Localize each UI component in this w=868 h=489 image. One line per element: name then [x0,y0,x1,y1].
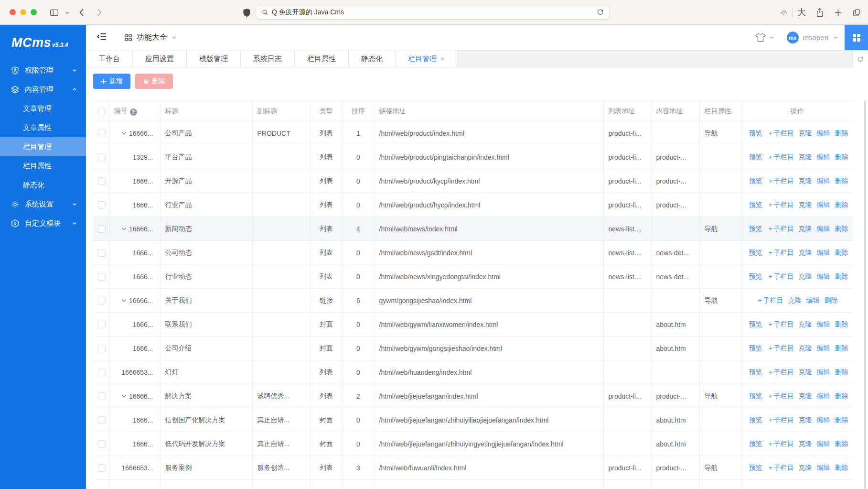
expand-row-icon[interactable] [121,130,127,136]
op-link-2[interactable]: 克隆 [799,272,812,280]
sidebar-item-1[interactable]: 内容管理 [0,80,86,99]
op-link-3[interactable]: 编辑 [817,320,830,328]
op-link-0[interactable]: 预览 [749,201,762,208]
op-link-3[interactable]: 编辑 [817,392,830,400]
op-link-3[interactable]: 编辑 [817,129,830,137]
share-icon[interactable] [813,0,826,25]
op-link-3[interactable]: 编辑 [817,272,830,280]
op-link-1[interactable]: ＋子栏目 [767,129,794,137]
expand-row-icon[interactable] [121,393,127,399]
privacy-shield-icon[interactable] [240,0,253,25]
op-link-3[interactable]: 编辑 [817,153,830,161]
row-checkbox[interactable] [98,297,106,304]
tab-0[interactable]: 工作台 [86,51,133,67]
row-checkbox[interactable] [98,440,106,448]
op-link-2[interactable]: 克隆 [799,201,812,208]
text-smaller-button[interactable]: 小 [779,0,789,25]
op-link-2[interactable]: 克隆 [799,225,812,232]
collapse-sidebar-icon[interactable] [96,32,107,43]
tab-2[interactable]: 模版管理 [187,51,241,67]
op-link-1[interactable]: ＋子栏目 [767,272,794,280]
op-link-0[interactable]: 预览 [749,416,762,424]
op-link-2[interactable]: 克隆 [799,129,812,137]
row-checkbox[interactable] [98,392,106,400]
op-link-0[interactable]: 预览 [749,392,762,400]
op-link-4[interactable]: 删除 [835,225,848,232]
user-chevron-icon[interactable] [833,35,838,40]
row-checkbox[interactable] [98,321,106,328]
window-close-button[interactable] [10,9,16,15]
forward-button-icon[interactable] [94,0,105,25]
refresh-tab-icon[interactable] [852,51,868,67]
op-link-2[interactable]: 克隆 [799,249,812,256]
op-link-4[interactable]: 删除 [835,129,848,137]
op-link-0[interactable]: 预览 [749,249,762,256]
address-bar[interactable]: Q 免疫开源的 Java Cms [256,5,610,20]
op-link-4[interactable]: 删除 [835,272,848,280]
op-link-1[interactable]: ＋子栏目 [767,392,794,400]
op-link-4[interactable]: 删除 [835,249,848,256]
op-link-1[interactable]: ＋子栏目 [767,464,794,471]
tab-3[interactable]: 系统日志 [241,51,295,67]
op-link-3[interactable]: 编辑 [817,464,830,471]
op-link-3[interactable]: 编辑 [817,249,830,256]
back-button-icon[interactable] [75,0,87,25]
sidebar-item-8[interactable]: 自定义模块 [0,214,86,233]
sidebar-item-3[interactable]: 文章属性 [0,118,86,137]
row-checkbox[interactable] [98,130,106,137]
op-link-1[interactable]: ＋子栏目 [767,416,794,424]
op-link-1[interactable]: ＋子栏目 [767,177,794,185]
op-link-0[interactable]: 预览 [749,177,762,185]
tab-overview-icon[interactable] [849,0,864,25]
op-link-3[interactable]: 编辑 [817,225,830,232]
row-checkbox[interactable] [98,416,106,424]
window-zoom-button[interactable] [31,9,37,15]
expand-row-icon[interactable] [121,297,127,304]
browser-sidebar-toggle-icon[interactable] [47,0,61,25]
op-link-3[interactable]: 编辑 [817,201,830,208]
row-checkbox[interactable] [98,153,106,161]
op-link-3[interactable]: 编辑 [817,368,830,376]
op-link-0[interactable]: 预览 [749,320,762,328]
op-link-0[interactable]: 预览 [749,464,762,471]
row-checkbox[interactable] [98,201,106,209]
op-link-2[interactable]: 克隆 [799,177,812,185]
op-link-1[interactable]: ＋子栏目 [767,368,794,376]
op-link-4[interactable]: 删除 [835,177,848,185]
op-link-0[interactable]: 预览 [749,344,762,352]
op-link-0[interactable]: 预览 [749,440,762,447]
op-link-3[interactable]: 编辑 [817,344,830,352]
op-link-4[interactable]: 删除 [835,368,848,376]
op-link-3[interactable]: 删除 [825,296,838,304]
op-link-4[interactable]: 删除 [835,392,848,400]
op-link-2[interactable]: 克隆 [799,464,812,471]
op-link-1[interactable]: ＋子栏目 [767,320,794,328]
op-link-4[interactable]: 删除 [835,464,848,471]
theme-chevron-icon[interactable] [769,35,774,40]
row-checkbox[interactable] [98,369,106,376]
op-link-1[interactable]: ＋子栏目 [767,440,794,447]
op-link-2[interactable]: 编辑 [806,296,820,304]
tab-1[interactable]: 应用设置 [133,51,187,67]
sidebar-item-7[interactable]: 系统设置 [0,195,86,214]
sidebar-item-2[interactable]: 文章管理 [0,99,86,118]
op-link-2[interactable]: 克隆 [799,320,812,328]
op-link-2[interactable]: 克隆 [799,416,812,424]
row-checkbox[interactable] [98,225,106,233]
op-link-0[interactable]: 预览 [749,368,762,376]
sidebar-item-5[interactable]: 栏目属性 [0,156,86,175]
avatar[interactable]: ms [787,32,799,43]
op-link-4[interactable]: 删除 [835,440,848,447]
reload-icon[interactable] [597,9,604,16]
expand-row-icon[interactable] [121,226,127,232]
select-all-checkbox[interactable] [98,108,106,115]
row-checkbox[interactable] [98,249,106,257]
theme-icon[interactable] [755,33,766,43]
delete-button[interactable]: 删除 [135,74,173,89]
text-larger-button[interactable]: 大 [796,0,807,25]
add-button[interactable]: 新增 [93,74,130,89]
op-link-0[interactable]: 预览 [749,225,762,232]
tab-4[interactable]: 栏目属性 [295,51,349,67]
op-link-2[interactable]: 克隆 [799,153,812,161]
new-tab-icon[interactable] [831,0,845,25]
